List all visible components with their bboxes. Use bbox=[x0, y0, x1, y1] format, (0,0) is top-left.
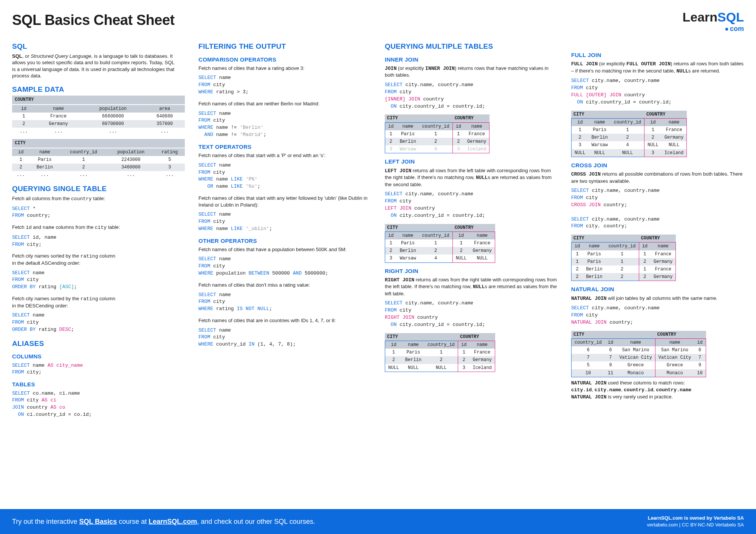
heading-single-table: QUERYING SINGLE TABLE bbox=[12, 184, 185, 194]
caption: Fetch all columns from the country table… bbox=[12, 195, 185, 202]
heading-comparison: COMPARISON OPERATORS bbox=[198, 56, 371, 63]
table-country: idnamepopulationarea1France6660000064068… bbox=[12, 105, 185, 136]
join-tables-full: CITYidnamecountry_id1Paris12Berlin23Wars… bbox=[571, 111, 744, 157]
table-name-city: CITY bbox=[12, 139, 185, 147]
caption: LEFT JOIN returns all rows from the left… bbox=[385, 167, 558, 188]
code-block: SELECT id, name FROM city; bbox=[12, 234, 185, 248]
code-block: SELECT name FROM city WHERE rating > 3; bbox=[198, 74, 371, 96]
heading-right-join: RIGHT JOIN bbox=[385, 267, 558, 275]
caption: JOIN (or explicitly INNER JOIN) returns … bbox=[385, 65, 558, 79]
caption: FULL JOIN (or explicitly FULL OUTER JOIN… bbox=[571, 60, 744, 74]
code-block: SELECT name FROM city WHERE country_id I… bbox=[198, 327, 371, 349]
footer: Try out the interactive SQL Basics cours… bbox=[0, 509, 756, 534]
caption: Fetch id and name columns from the city … bbox=[12, 224, 185, 231]
caption: Fetch names of cities that have a rating… bbox=[198, 65, 371, 72]
caption: Fetch names of cities that have a popula… bbox=[198, 246, 371, 253]
footer-text: Try out the interactive SQL Basics cours… bbox=[12, 517, 315, 526]
column-2: FILTERING THE OUTPUT COMPARISON OPERATOR… bbox=[198, 36, 371, 423]
heading-filtering: FILTERING THE OUTPUT bbox=[198, 42, 371, 51]
code-block: SELECT city.name, country.name FROM city… bbox=[571, 77, 744, 106]
heading-text-ops: TEXT OPERATORS bbox=[198, 143, 371, 151]
code-block: SELECT name AS city_name FROM city; bbox=[12, 362, 185, 377]
heading-sql: SQL bbox=[12, 42, 185, 51]
code-block: SELECT name FROM city WHERE name LIKE 'P… bbox=[198, 162, 371, 190]
caption: Fetch city names sorted by the rating co… bbox=[12, 295, 185, 309]
column-3: QUERYING MULTIPLE TABLES INNER JOIN JOIN… bbox=[385, 36, 558, 423]
caption: Fetch names of cities that start with a … bbox=[198, 152, 371, 159]
code-block: SELECT name FROM city WHERE name != 'Ber… bbox=[198, 110, 371, 139]
caption: CROSS JOIN returns all possible combinat… bbox=[571, 171, 744, 184]
join-tables-natural: CITYcountry_ididname66San Marino77Vatica… bbox=[571, 331, 744, 377]
heading-full-join: FULL JOIN bbox=[571, 51, 744, 59]
caption: NATURAL JOIN used these columns to match… bbox=[571, 380, 744, 401]
caption: NATURAL JOIN will join tables by all col… bbox=[571, 295, 744, 302]
heading-cross-join: CROSS JOIN bbox=[571, 162, 744, 169]
caption: RIGHT JOIN returns all rows from the rig… bbox=[385, 276, 558, 297]
caption: Fetch city names sorted by the rating co… bbox=[12, 253, 185, 266]
heading-aliases: ALIASES bbox=[12, 339, 185, 349]
page-title: SQL Basics Cheat Sheet bbox=[12, 11, 175, 30]
code-block: SELECT name FROM city WHERE rating IS NO… bbox=[198, 292, 371, 313]
brand-logo: LearnSQL •com bbox=[683, 11, 744, 34]
caption: Fetch names of cities that are neither B… bbox=[198, 100, 371, 107]
code-block: SELECT name FROM city WHERE population B… bbox=[198, 256, 371, 277]
code-block: SELECT name FROM city ORDER BY rating DE… bbox=[12, 312, 185, 333]
caption: Fetch names of cities that start with an… bbox=[198, 195, 371, 208]
caption: Fetch names of cities that don't miss a … bbox=[198, 282, 371, 289]
code-block: SELECT city.name, country.name FROM city… bbox=[385, 300, 558, 328]
heading-alias-columns: COLUMNS bbox=[12, 353, 185, 360]
join-tables-cross: CITYidnamecountry_id1Paris11Paris12Berli… bbox=[571, 235, 744, 281]
column-1: SQL SQL, or Structured Query Language, i… bbox=[12, 36, 185, 423]
heading-sample-data: SAMPLE DATA bbox=[12, 85, 185, 94]
heading-left-join: LEFT JOIN bbox=[385, 158, 558, 165]
heading-natural-join: NATURAL JOIN bbox=[571, 286, 744, 293]
heading-inner-join: INNER JOIN bbox=[385, 56, 558, 63]
code-block: SELECT city.name, country.name FROM city… bbox=[571, 305, 744, 326]
join-tables-left: CITYidnamecountry_id1Paris12Berlin23Wars… bbox=[385, 224, 558, 263]
code-block: SELECT name FROM city ORDER BY rating [A… bbox=[12, 270, 185, 291]
table-name-country: COUNTRY bbox=[12, 96, 185, 104]
table-city: idnamecountry_idpopulationrating1Paris12… bbox=[12, 148, 185, 179]
code-block: SELECT city.name, country.name FROM city… bbox=[571, 187, 744, 230]
heading-multiple: QUERYING MULTIPLE TABLES bbox=[385, 42, 558, 51]
code-block: SELECT co.name, ci.name FROM city AS ci … bbox=[12, 390, 185, 418]
column-4: FULL JOIN FULL JOIN (or explicitly FULL … bbox=[571, 36, 744, 423]
heading-other-ops: OTHER OPERATORS bbox=[198, 237, 371, 245]
join-tables-right: CITYidnamecountry_id1Paris12Berlin2NULLN… bbox=[385, 333, 558, 372]
join-tables-inner: CITYidnamecountry_id1Paris12Berlin23Wars… bbox=[385, 114, 558, 153]
code-block: SELECT name FROM city WHERE name LIKE '_… bbox=[198, 211, 371, 233]
caption: Fetch names of cities that are in countr… bbox=[198, 317, 371, 324]
sql-intro: SQL, or Structured Query Language, is a … bbox=[12, 53, 178, 79]
footer-attribution: LearnSQL.com is owned by Vertabelo SAver… bbox=[647, 515, 744, 528]
code-block: SELECT * FROM country; bbox=[12, 205, 185, 220]
code-block: SELECT city.name, country.name FROM city… bbox=[385, 191, 558, 219]
heading-alias-tables: TABLES bbox=[12, 381, 185, 388]
code-block: SELECT city.name, country.name FROM city… bbox=[385, 82, 558, 110]
